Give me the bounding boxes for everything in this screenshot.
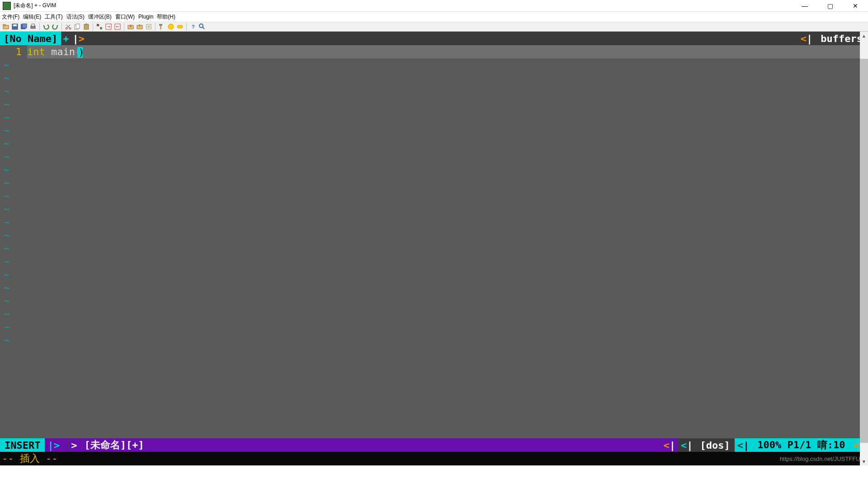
empty-line-tilde: ~ [0, 216, 868, 229]
paste-icon[interactable] [82, 23, 90, 31]
status-position: 100% P1/1 唷:10 [752, 438, 850, 452]
status-sep-icon: |> [62, 438, 80, 452]
empty-line-tilde: ~ [0, 111, 868, 124]
status-sep-icon: <| [678, 438, 696, 452]
empty-line-tilde: ~ [0, 307, 868, 320]
svg-rect-11 [76, 24, 80, 28]
tabline-spacer [86, 32, 798, 45]
cursor: ) [77, 47, 83, 58]
maximize-button[interactable]: ▢ [817, 0, 843, 12]
tab-modified-indicator: + [61, 32, 71, 45]
session-save-icon[interactable] [136, 23, 144, 31]
undo-icon[interactable] [42, 23, 50, 31]
session-load-icon[interactable] [127, 23, 135, 31]
toolbar-separator [61, 23, 62, 30]
svg-rect-1 [3, 24, 5, 26]
svg-point-27 [199, 24, 203, 28]
empty-line-tilde: ~ [0, 229, 868, 242]
empty-line-tilde: ~ [0, 124, 868, 137]
saveall-icon[interactable] [20, 23, 28, 31]
editor-area[interactable]: 1 int main() ~ ~ ~ ~ ~ ~ ~ ~ ~ ~ ~ ~ ~ ~… [0, 45, 868, 438]
empty-line-tilde: ~ [0, 58, 868, 71]
scrollbar-thumb[interactable] [860, 59, 868, 443]
empty-line-tilde: ~ [0, 176, 868, 189]
menu-syntax[interactable]: 语法(S) [66, 13, 85, 21]
tab-label: [No Name] [4, 33, 57, 44]
menu-window[interactable]: 窗口(W) [115, 13, 135, 21]
empty-line-tilde: ~ [0, 84, 868, 98]
redo-icon[interactable] [51, 23, 59, 31]
empty-line-tilde: ~ [0, 268, 868, 281]
empty-line-tilde: ~ [0, 71, 868, 84]
empty-line-tilde: ~ [0, 202, 868, 216]
menu-buffers[interactable]: 缓冲区(B) [88, 13, 112, 21]
toolbar-separator [124, 23, 124, 30]
tabline: [No Name] + |> <| buffers [0, 32, 868, 45]
menu-help[interactable]: 帮助(H) [157, 13, 175, 21]
minimize-button[interactable]: — [792, 0, 817, 12]
statusline: INSERT |> |> [未命名][+] <| <| [dos] <| 100… [0, 438, 868, 452]
status-sep-icon: <| [661, 438, 679, 452]
empty-line-tilde: ~ [0, 98, 868, 111]
cut-icon[interactable] [64, 23, 72, 31]
close-button[interactable]: ✕ [843, 0, 868, 12]
svg-rect-15 [100, 27, 102, 29]
status-filename: [未命名][+] [80, 438, 660, 452]
toolbar-separator [39, 23, 40, 30]
toolbar-separator [93, 23, 93, 30]
menu-edit[interactable]: 编辑(E) [23, 13, 41, 21]
watermark: https://blog.csdn.net/JUSTFFUN [780, 455, 868, 462]
save-icon[interactable] [11, 23, 19, 31]
help-icon[interactable]: ? [189, 23, 197, 31]
copy-icon[interactable] [73, 23, 81, 31]
empty-line-tilde: ~ [0, 163, 868, 176]
empty-line-tilde: ~ [0, 189, 868, 202]
func-main: main [51, 46, 75, 57]
empty-line-tilde: ~ [0, 294, 868, 307]
window-titlebar: [未命名] + - GVIM — ▢ ✕ [0, 0, 868, 12]
scroll-up-icon[interactable]: ▲ [860, 32, 868, 40]
empty-line-tilde: ~ [0, 242, 868, 255]
line-content[interactable]: int main() [27, 45, 868, 58]
empty-line-tilde: ~ [0, 150, 868, 163]
findnext-icon[interactable] [104, 23, 113, 31]
status-mode: INSERT [0, 438, 45, 452]
menu-plugin[interactable]: Plugin [138, 14, 153, 20]
empty-line-tilde: ~ [0, 281, 868, 294]
mode-message: -- 插入 -- [2, 452, 57, 465]
keyword-int: int [27, 46, 45, 57]
tab-separator-icon: |> [71, 32, 86, 45]
replace-icon[interactable] [95, 23, 104, 31]
tab-active[interactable]: [No Name] [0, 32, 61, 45]
make-icon[interactable] [158, 23, 166, 31]
findprev-icon[interactable] [113, 23, 122, 31]
menu-tools[interactable]: 工具(T) [45, 13, 62, 21]
vertical-scrollbar[interactable]: ▲ ▼ [860, 32, 868, 465]
print-icon[interactable] [29, 23, 37, 31]
svg-rect-25 [177, 25, 183, 28]
svg-rect-5 [22, 23, 27, 28]
empty-line-tilde: ~ [0, 333, 868, 347]
svg-text:?: ? [192, 24, 195, 29]
status-sep-icon: |> [45, 438, 62, 452]
menu-file[interactable]: 文件(F) [2, 13, 19, 21]
svg-rect-13 [85, 23, 87, 25]
svg-rect-23 [159, 24, 162, 26]
toolbar: ? [0, 22, 868, 32]
svg-point-24 [168, 24, 174, 29]
empty-line-tilde: ~ [0, 255, 868, 268]
window-title: [未命名] + - GVIM [14, 2, 792, 9]
svg-rect-7 [32, 24, 34, 26]
svg-point-21 [147, 25, 150, 28]
open-icon[interactable] [2, 23, 10, 31]
status-sep-icon: <| [735, 438, 752, 452]
run-script-icon[interactable] [145, 23, 153, 31]
svg-rect-12 [84, 24, 89, 29]
command-line[interactable]: -- 插入 -- https://blog.csdn.net/JUSTFFUN [0, 452, 868, 465]
line-number: 1 [0, 45, 27, 58]
svg-rect-14 [97, 24, 99, 26]
find-help-icon[interactable] [198, 23, 206, 31]
scroll-down-icon[interactable]: ▼ [860, 457, 868, 465]
shell-icon[interactable] [167, 23, 175, 31]
tags-icon[interactable] [176, 23, 184, 31]
